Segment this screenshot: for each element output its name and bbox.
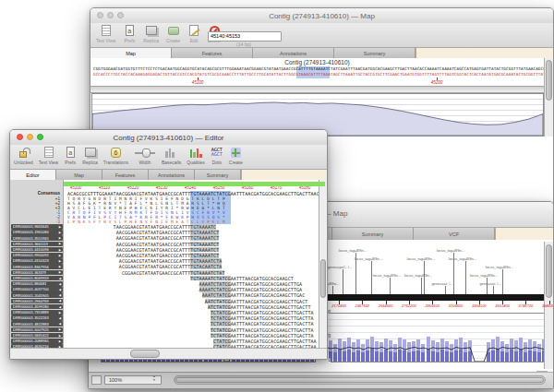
feature-label[interactable]: locus_tag=BSn... — [449, 256, 476, 261]
read-sequence[interactable]: AACGGAACGTATAATGAACCGCATTTTGTAAAATCT — [116, 230, 220, 235]
read-name-chip[interactable]: DRR000001.7353889▶ — [11, 310, 63, 315]
read-sequence[interactable]: AACGGAACGTATAATGAACCGCATTTTGTAAAATCT — [116, 235, 220, 241]
read-name-chip[interactable]: DRR000001.4599280◀ — [11, 304, 63, 310]
range-input[interactable] — [208, 31, 282, 42]
scrollbar-thumb[interactable] — [546, 244, 552, 298]
read-name-chip[interactable]: DRR000001.5665422▶ — [11, 333, 63, 339]
map-panel-header: Contig (274913-410610) — [90, 59, 544, 65]
feature-label[interactable]: gene=sat; /... — [431, 281, 452, 286]
read-name-chip[interactable]: DRR000001.2088965▶ — [11, 339, 63, 344]
width-button[interactable]: Width — [134, 147, 156, 165]
map-vertical-scrollbar[interactable] — [544, 58, 553, 137]
tab-features[interactable]: Features — [172, 48, 253, 58]
read-name-chip[interactable]: DRR000001.363379▶ — [11, 270, 63, 276]
read-name-chip[interactable]: DRR000001.3661119▶ — [11, 242, 63, 247]
zoom-value: 100% — [109, 377, 122, 383]
zoom-stepper[interactable]: ▴ ▾ — [153, 375, 155, 382]
read-sequence[interactable]: TCTATCGAATTTAACGATGGCACGAAGCTTGACTTA — [211, 315, 314, 321]
read-name-chip[interactable]: DRR000001.4410096▶ — [11, 247, 63, 253]
toolbar-button-label: Translations — [103, 160, 128, 165]
map2-ruler-label: 2564900 — [379, 303, 393, 308]
read-sequence[interactable]: AACGGAACGTATAATGAACCGCATTTTGTAAAATCT — [116, 242, 220, 247]
translations-button[interactable]: 6Translations — [103, 147, 128, 165]
read-sequence[interactable]: TCTATCGAATTTAACGATGGCACGAAGCTTGACTTA — [211, 327, 314, 333]
editor-horizontal-scrollbar[interactable] — [10, 348, 327, 359]
stepper-down-icon[interactable]: ▾ — [153, 379, 155, 383]
editor-vertical-scrollbar[interactable] — [319, 180, 327, 349]
read-name-chip[interactable]: DRR000001.4150323▶ — [11, 258, 63, 264]
read-name-chip[interactable]: DRR000001.884681◀ — [11, 281, 63, 287]
feature-label[interactable]: gene=sat; /... — [479, 281, 500, 286]
read-name-chip[interactable]: DRR000001.9900092▶ — [11, 253, 63, 258]
read-sequence[interactable]: TCTATCGAATTTAACGATGGCACGAAGCTTGACTTA — [211, 310, 314, 315]
read-sequence[interactable]: CGGAACGTATAATGAACCGCATTTTGTAAAATCTAT — [122, 270, 225, 276]
read-sequence[interactable]: AACGGAACGTATAATGAACCGCATTTTGTAAAATCT — [116, 253, 220, 258]
feature-connector-line — [424, 261, 425, 294]
read-name-chip[interactable]: DRR000001.2045905◀ — [11, 292, 63, 298]
read-reverse-icon: ◀ — [59, 305, 61, 309]
feature-label[interactable]: locus_tag=BSn... — [407, 256, 435, 261]
create-button[interactable]: Create — [166, 25, 180, 43]
read-name-chip[interactable]: DRR000001.2964769◀ — [11, 299, 63, 304]
scrollbar-thumb[interactable] — [546, 60, 552, 101]
tab-annotations[interactable]: Annotations — [253, 48, 334, 58]
replica-button[interactable]: Replica — [143, 25, 159, 43]
prefs-button[interactable]: aPrefs — [123, 25, 136, 43]
tab-map[interactable]: Map — [90, 48, 172, 58]
read-name-chip[interactable]: DRR000001.9665645▶ — [11, 224, 63, 230]
read-sequence[interactable]: AAATCTATCGAATTTAACGATGGCACGAAGCTTGAC — [202, 292, 306, 298]
splitter-bar[interactable] — [90, 86, 553, 93]
read-sequence[interactable]: CTATCGAATTTAACGATGGCACGAAGCTTGACTTAA — [213, 339, 317, 344]
read-name-chip[interactable]: DRR000001.8367956▶ — [11, 264, 63, 269]
tab-summary[interactable]: Summary — [334, 48, 416, 58]
tab-vcf[interactable]: VCF — [414, 228, 495, 240]
read-sequence[interactable]: TAACGGAACGTATAATGAACCGCATTTTGTAAAATC — [114, 224, 217, 230]
read-name-chip[interactable]: DRR000001.3522263◀ — [11, 315, 63, 321]
scrollbar-thumb[interactable] — [175, 377, 544, 383]
read-sequence[interactable]: AAAATCTATCGAATTTAACGATGGCACGAAGCTTGA — [199, 287, 303, 292]
map2-horizontal-scrollbar[interactable] — [174, 375, 546, 385]
feature-label[interactable]: locus_tag=BSn... — [486, 265, 513, 269]
read-sequence[interactable]: AAAATCTATCGAATTTAACGATGGCACGAAGCTTGA — [199, 281, 303, 287]
feature-label[interactable]: locus_tag=BSn... — [339, 248, 367, 253]
read-sequence[interactable]: TGTAAAATCTATCGAATTTAACGATGGCACGAAGCT — [190, 276, 294, 281]
feature-label[interactable]: locus_tag=BSn... — [404, 273, 432, 278]
edit-button[interactable]: Edit — [187, 25, 200, 43]
read-name-chip[interactable]: DRR000001.5007925▶ — [11, 327, 63, 333]
scrollbar-thumb[interactable] — [320, 259, 326, 298]
edit-glyph — [189, 25, 199, 36]
qualities-button[interactable]: Qualities — [187, 147, 204, 165]
feature-label[interactable]: locus_tag=BSn... — [355, 256, 382, 261]
basecalls-button[interactable]: Basecalls — [162, 147, 181, 165]
read-sequence[interactable]: AACGGAACGTATAATGAACCGCATTTTGTAAAATCT — [116, 247, 220, 253]
tab-summary[interactable]: Summary — [332, 228, 414, 240]
read-sequence[interactable]: TCTATCGAATTTAACGATGGCACGAAGCTTGACTTA — [211, 321, 314, 327]
read-sequence[interactable]: ACGGAACGTATAATGAACCGCATTTTGTACAATCTA — [119, 264, 223, 269]
map2-ruler-label: 3946000 — [542, 303, 553, 308]
map-window-titlebar[interactable]: Contig (274913-410610) — Map — [90, 8, 553, 24]
read-name-chip[interactable]: DRR000001.1961084▶ — [11, 230, 63, 235]
editor-titlebar[interactable]: Contig (274913-410610) — Editor — [10, 130, 327, 146]
feature-label[interactable]: gene=rpsC; /... — [328, 265, 352, 269]
create-button[interactable]: Create — [229, 147, 243, 165]
view-toggle-button[interactable] — [91, 375, 102, 385]
read-name-chip[interactable]: DRR000001.4822883◀ — [11, 321, 63, 327]
read-sequence[interactable]: ATCTATCGAATTTAACGATGGCACGAAGCTTGACTT — [208, 304, 311, 310]
read-sequence[interactable]: TCTATCGAATTTAACGATGGCACGAAGCTTGACTTA — [211, 333, 314, 339]
unlocked-button[interactable]: Unlocked — [14, 147, 33, 165]
feature-label[interactable]: locus_tag=BSn... — [470, 273, 498, 278]
text-view-button[interactable]: Text View — [39, 147, 58, 165]
replica-button[interactable]: Replica — [82, 147, 98, 165]
read-sequence[interactable]: AATCTATCGAATTTAACGATGGCACGAAGCTTGACT — [205, 299, 308, 304]
read-name-chip[interactable]: DRR000001.8069959◀ — [11, 276, 63, 281]
read-sequence[interactable]: ACGGAACGTATAATGAACCGCATTTTGTAAAATCTA — [119, 258, 223, 264]
feature-label[interactable]: locus_tag=BSn... — [437, 248, 464, 253]
text-view-button[interactable]: Text View — [96, 25, 115, 43]
dots-button[interactable]: AGCTAGCTDots — [211, 147, 223, 165]
feature-connector-line — [465, 261, 466, 294]
scrollbar-thumb[interactable] — [130, 350, 160, 358]
feature-label[interactable]: locus_tag=BSn... — [373, 273, 401, 278]
read-name-chip[interactable]: DRR000001.4037700◀ — [11, 287, 63, 292]
read-name-chip[interactable]: DRR000001.3551965▶ — [11, 235, 63, 241]
prefs-button[interactable]: aPrefs — [64, 147, 77, 165]
